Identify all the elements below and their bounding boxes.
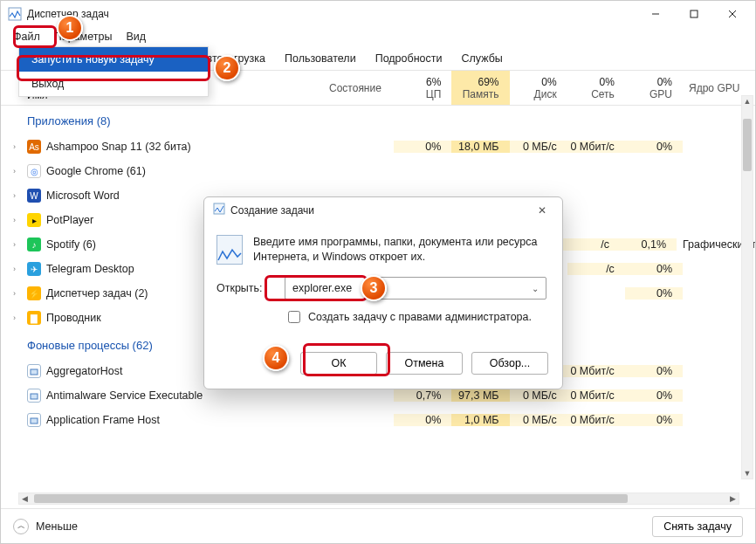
- scroll-up-icon[interactable]: ▲: [742, 96, 753, 107]
- cell-net: 0 Мбит/с: [567, 141, 625, 153]
- col-cpu[interactable]: 6%ЦП: [394, 71, 451, 105]
- app-icon: ▇: [27, 311, 41, 325]
- scroll-thumb[interactable]: [743, 119, 752, 171]
- ok-button[interactable]: ОК: [300, 352, 377, 375]
- col-net[interactable]: 0%Сеть: [567, 71, 625, 105]
- fewer-details[interactable]: ︿ Меньше: [13, 519, 78, 534]
- app-icon: [27, 413, 41, 427]
- file-menu-popup: Запустить новую задачу Выход: [18, 46, 209, 97]
- expand-icon[interactable]: ›: [13, 191, 22, 200]
- col-state[interactable]: Состояние: [328, 71, 394, 105]
- expand-icon[interactable]: ›: [13, 216, 22, 224]
- annotation-marker-4: 4: [263, 345, 289, 371]
- cell-gpu: 0%: [625, 389, 683, 402]
- run-dialog-title: Создание задачи: [230, 204, 314, 217]
- run-dialog-intro: Введите имя программы, папки, документа …: [253, 235, 546, 265]
- run-dialog-icon: [213, 203, 225, 217]
- vertical-scrollbar[interactable]: ▲ ▼: [741, 95, 753, 479]
- tab-details[interactable]: Подробности: [366, 46, 452, 70]
- svg-rect-6: [31, 394, 38, 399]
- menubar: Файл Параметры Вид: [1, 27, 755, 46]
- expand-icon[interactable]: ›: [13, 265, 22, 273]
- open-combobox[interactable]: explorer.exe ⌄: [285, 277, 546, 300]
- open-value: explorer.exe: [292, 282, 352, 294]
- expand-icon[interactable]: ›: [13, 142, 22, 151]
- cell-net: /с: [563, 238, 620, 251]
- expand-icon[interactable]: ›: [13, 313, 22, 322]
- footer: ︿ Меньше Снять задачу: [1, 508, 755, 543]
- svg-rect-5: [31, 369, 38, 375]
- scroll-thumb-h[interactable]: [34, 494, 628, 503]
- col-mem[interactable]: 69%Память: [451, 71, 509, 105]
- app-icon: ♪: [27, 238, 41, 251]
- expand-icon[interactable]: ›: [13, 240, 22, 249]
- cell-gpu: 0%: [625, 414, 683, 426]
- annotation-marker-3: 3: [361, 275, 387, 301]
- expand-icon[interactable]: ›: [13, 289, 22, 298]
- cell-cpu: 0%: [394, 414, 451, 426]
- cell-net: /с: [567, 263, 625, 275]
- cell-cpu: 0,7%: [394, 389, 451, 402]
- chevron-up-icon: ︿: [13, 519, 29, 534]
- col-gpu[interactable]: 0%GPU: [625, 71, 683, 105]
- cell-disk: 0 МБ/с: [510, 389, 567, 402]
- cell-net: 0 Мбит/с: [567, 414, 625, 426]
- menu-view[interactable]: Вид: [119, 29, 153, 45]
- maximize-button[interactable]: [675, 1, 713, 27]
- table-row[interactable]: Application Frame Host0%1,0 МБ0 МБ/с0 Мб…: [1, 408, 755, 432]
- cell-gpu: 0%: [625, 263, 683, 275]
- annotation-marker-2: 2: [214, 55, 240, 81]
- cell-net: 0 Мбит/с: [567, 389, 625, 402]
- app-icon: [27, 364, 41, 378]
- table-row[interactable]: ›AsAshampoo Snap 11 (32 бита)0%18,0 МБ0 …: [1, 134, 755, 159]
- app-icon: As: [27, 140, 41, 154]
- minimize-button[interactable]: [636, 1, 675, 27]
- menu-run-new-task[interactable]: Запустить новую задачу: [19, 47, 208, 72]
- svg-rect-7: [31, 418, 38, 423]
- process-name: Antimalware Service Executable: [46, 389, 203, 402]
- group-apps: Приложения (8): [1, 106, 755, 134]
- menu-exit[interactable]: Выход: [19, 72, 208, 96]
- scroll-down-icon[interactable]: ▼: [742, 468, 753, 479]
- cell-gpu: 0%: [625, 365, 683, 377]
- process-name: AggregatorHost: [46, 365, 123, 377]
- cell-gpu: 0%: [625, 287, 683, 300]
- scroll-left-icon[interactable]: ◀: [19, 494, 31, 503]
- cell-gpu: 0,1%: [620, 238, 677, 251]
- horizontal-scrollbar[interactable]: ◀ ▶: [18, 492, 739, 505]
- open-label: Открыть:: [216, 282, 276, 294]
- end-task-button[interactable]: Снять задачу: [652, 516, 743, 537]
- dialog-close-button[interactable]: ✕: [529, 204, 555, 217]
- tab-users[interactable]: Пользователи: [275, 46, 366, 70]
- table-row[interactable]: ›◎Google Chrome (61): [1, 159, 755, 183]
- app-icon: ▸: [27, 213, 41, 227]
- cancel-button[interactable]: Отмена: [386, 352, 463, 375]
- col-disk[interactable]: 0%Диск: [510, 71, 567, 105]
- app-icon: ◎: [27, 164, 41, 178]
- close-button[interactable]: [713, 1, 752, 27]
- cell-disk: 0 МБ/с: [510, 141, 567, 153]
- cell-cpu: 0%: [394, 141, 451, 153]
- chevron-down-icon[interactable]: ⌄: [532, 284, 539, 293]
- admin-label: Создать задачу с правами администратора.: [308, 311, 532, 323]
- taskmgr-icon: [8, 7, 22, 21]
- browse-button[interactable]: Обзор...: [471, 352, 548, 375]
- scroll-right-icon[interactable]: ▶: [727, 494, 739, 503]
- svg-rect-2: [691, 10, 698, 17]
- process-name: Telegram Desktop: [46, 263, 134, 275]
- process-name: Microsoft Word: [46, 189, 120, 202]
- menu-file[interactable]: Файл: [6, 29, 47, 45]
- cell-gpu: 0%: [625, 141, 683, 153]
- process-name: Spotify (6): [46, 238, 96, 251]
- app-icon: [27, 389, 41, 403]
- window-buttons: [636, 1, 752, 27]
- tab-services[interactable]: Службы: [452, 46, 512, 70]
- annotation-marker-1: 1: [57, 15, 83, 41]
- titlebar: Диспетчер задач: [1, 1, 755, 27]
- expand-icon[interactable]: ›: [13, 167, 22, 176]
- app-icon: ⚡: [27, 286, 41, 300]
- cell-mem: 1,0 МБ: [451, 414, 509, 426]
- cell-disk: 0 МБ/с: [510, 414, 567, 426]
- admin-checkbox[interactable]: [288, 311, 300, 323]
- process-name: Google Chrome (61): [46, 165, 146, 177]
